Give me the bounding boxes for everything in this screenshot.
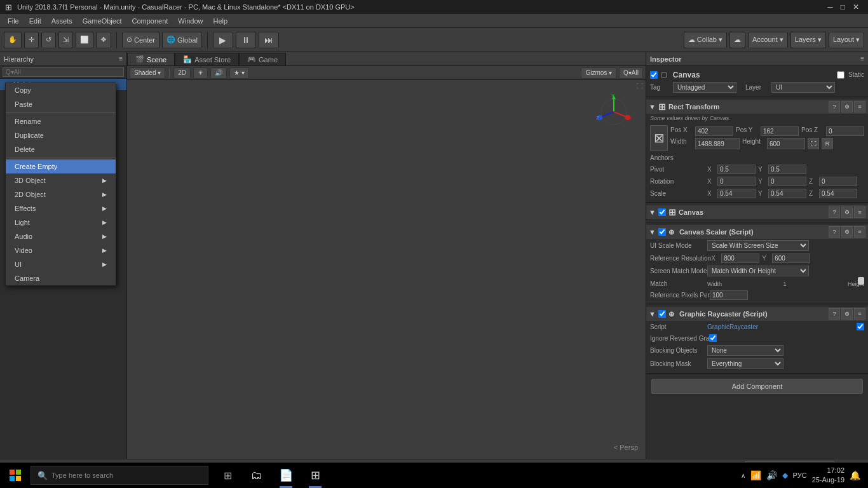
rt-btn-3[interactable]: ≡ [854, 101, 865, 112]
tool-rotate[interactable]: ↺ [41, 32, 56, 48]
blocking-select[interactable]: None [707, 345, 783, 356]
scaler-checkbox[interactable] [658, 228, 666, 236]
canvas-scaler-header[interactable]: ▼ ⊕ Canvas Scaler (Script) ? ⚙ ≡ [646, 225, 868, 239]
height-field[interactable] [767, 138, 805, 149]
ctx-ui[interactable]: UI ▶ [6, 257, 116, 271]
menu-component[interactable]: Component [126, 16, 173, 26]
reset-btn[interactable]: R [822, 138, 833, 149]
notification-icon[interactable]: 🔔 [850, 470, 860, 480]
ctx-video[interactable]: Video ▶ [6, 243, 116, 257]
tool-rect[interactable]: ⬜ [76, 32, 93, 48]
taskbar-chevron-icon[interactable]: ∧ [741, 472, 745, 479]
audio-toggle-btn[interactable]: 🔊 [210, 67, 227, 79]
scale-x-field[interactable] [717, 189, 756, 198]
scale-y-field[interactable] [768, 189, 806, 198]
scaler-btn-2[interactable]: ⚙ [841, 226, 853, 238]
taskbar-task-view[interactable]: ⊞ [214, 463, 241, 488]
ctx-delete[interactable]: Delete [6, 142, 116, 156]
layers-btn[interactable]: Layers ▾ [790, 32, 826, 48]
ctx-3d-object[interactable]: 3D Object ▶ [6, 173, 116, 187]
rect-transform-header[interactable]: ▼ ⊞ Rect Transform ? ⚙ ≡ [646, 100, 868, 114]
play-btn[interactable]: ▶ [213, 32, 233, 48]
raycaster-btn-3[interactable]: ≡ [854, 308, 865, 320]
menu-edit[interactable]: Edit [24, 16, 46, 26]
pivot-y-field[interactable] [768, 165, 806, 174]
menu-help[interactable]: Help [208, 16, 233, 26]
close-btn[interactable]: ✕ [849, 3, 863, 11]
raycaster-btn-2[interactable]: ⚙ [841, 308, 853, 320]
script-checkbox[interactable] [857, 323, 864, 330]
hierarchy-menu-icon[interactable]: ≡ [119, 55, 123, 62]
taskbar-unity[interactable]: ⊞ [301, 463, 329, 488]
cloud-btn[interactable]: ☁ [729, 32, 745, 48]
pos-z-field[interactable] [826, 126, 864, 136]
canvas-enable-checkbox[interactable] [650, 71, 658, 79]
ctx-camera[interactable]: Camera [6, 271, 116, 285]
search-filter-btn[interactable]: Q▾All [619, 67, 643, 79]
scale-z-field[interactable] [819, 189, 857, 198]
canvas-btn-2[interactable]: ⚙ [841, 207, 853, 218]
ctx-effects[interactable]: Effects ▶ [6, 201, 116, 215]
taskbar-clock[interactable]: 17:02 25-Aug-19 [812, 466, 844, 485]
rot-x-field[interactable] [717, 177, 756, 186]
start-btn[interactable] [3, 463, 28, 488]
scaler-btn-1[interactable]: ? [829, 226, 840, 238]
ctx-copy[interactable]: Copy [6, 83, 116, 97]
raycaster-header[interactable]: ▼ ⊕ Graphic Raycaster (Script) ? ⚙ ≡ [646, 307, 868, 321]
tab-asset-store[interactable]: 🏪 Asset Store [175, 53, 239, 65]
gizmos-btn[interactable]: Gizmos ▾ [581, 67, 616, 79]
layer-select[interactable]: UI [771, 82, 835, 93]
menu-gameobject[interactable]: GameObject [78, 16, 127, 26]
pos-x-field[interactable] [695, 126, 733, 136]
hierarchy-search-input[interactable] [3, 67, 124, 77]
rot-z-field[interactable] [819, 177, 857, 186]
shading-btn[interactable]: Shaded ▾ [130, 67, 165, 79]
add-component-btn[interactable]: Add Component [651, 379, 863, 394]
maximize-btn[interactable]: □ [837, 3, 849, 11]
scene-view[interactable]: < Persp Y X Z ⛶ [127, 80, 646, 459]
canvas-component-header[interactable]: ▼ ⊞ Canvas ? ⚙ ≡ [646, 205, 868, 219]
collab-btn[interactable]: ☁ Collab ▾ [684, 32, 727, 48]
menu-assets[interactable]: Assets [46, 16, 78, 26]
menu-window[interactable]: Window [173, 16, 208, 26]
mask-select[interactable]: Everything [707, 358, 783, 369]
constrain-btn[interactable]: ⛶ [808, 138, 819, 149]
lighting-btn[interactable]: ☀ [193, 67, 208, 79]
account-btn[interactable]: Account ▾ [748, 32, 788, 48]
rot-y-field[interactable] [768, 177, 806, 186]
ctx-2d-object[interactable]: 2D Object ▶ [6, 187, 116, 201]
tab-scene[interactable]: 🎬 Scene [127, 53, 175, 65]
width-field[interactable] [695, 138, 740, 149]
rt-btn-1[interactable]: ? [829, 101, 840, 112]
rt-btn-2[interactable]: ⚙ [841, 101, 853, 112]
ctx-light[interactable]: Light ▶ [6, 215, 116, 229]
layout-btn[interactable]: Layout ▾ [829, 32, 864, 48]
effects-toggle-btn[interactable]: ★ ▾ [229, 67, 249, 79]
tool-multi[interactable]: ❖ [96, 32, 111, 48]
raycaster-btn-1[interactable]: ? [829, 308, 840, 320]
menu-file[interactable]: File [3, 16, 24, 26]
canvas-btn-1[interactable]: ? [829, 207, 840, 218]
ctx-create-empty[interactable]: Create Empty [6, 159, 116, 173]
inspector-menu-icon[interactable]: ≡ [860, 55, 864, 62]
ctx-rename[interactable]: Rename [6, 114, 116, 128]
screen-match-select[interactable]: Match Width Or Height [707, 266, 809, 276]
ctx-duplicate[interactable]: Duplicate [6, 128, 116, 142]
ui-scale-select[interactable]: Scale With Screen Size [707, 240, 809, 251]
minimize-btn[interactable]: ─ [824, 3, 837, 11]
ref-y-field[interactable] [772, 254, 810, 263]
tag-select[interactable]: Untagged [673, 82, 736, 93]
2d-btn[interactable]: 2D [173, 67, 191, 79]
pivot-center-btn[interactable]: ⊙ Center [122, 32, 159, 48]
canvas-comp-checkbox[interactable] [658, 208, 666, 216]
ctx-paste[interactable]: Paste [6, 97, 116, 111]
ctx-audio[interactable]: Audio ▶ [6, 229, 116, 243]
match-thumb[interactable] [858, 277, 864, 285]
ref-pixels-field[interactable] [710, 290, 748, 300]
scaler-btn-3[interactable]: ≡ [854, 226, 865, 238]
tool-scale[interactable]: ⇲ [58, 32, 73, 48]
global-btn[interactable]: 🌐 Global [162, 32, 202, 48]
tool-move[interactable]: ✛ [24, 32, 39, 48]
tab-game[interactable]: 🎮 Game [239, 53, 286, 65]
tool-hand[interactable]: ✋ [4, 32, 22, 48]
